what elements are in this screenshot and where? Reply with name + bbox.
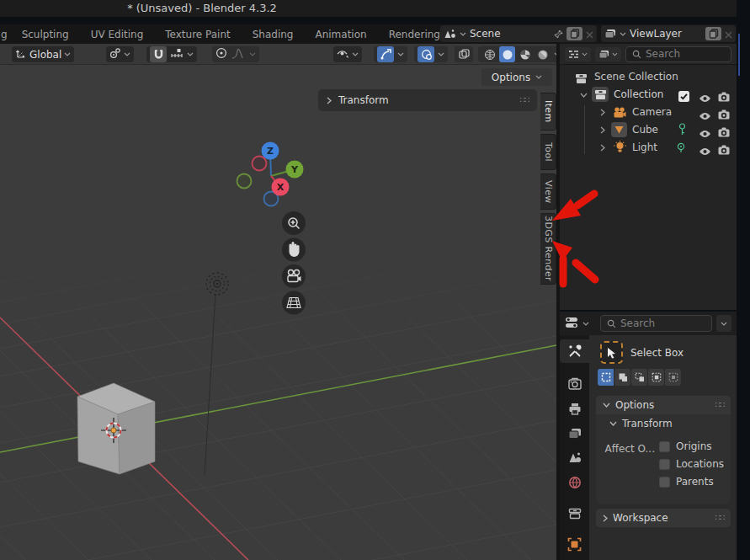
properties-options-dropdown[interactable]: [716, 315, 731, 332]
workspace-tab-partial[interactable]: g: [0, 24, 11, 44]
hide-eye-icon[interactable]: [699, 143, 711, 159]
gizmo-neg-y-ball[interactable]: [237, 174, 252, 189]
select-box-tool-icon[interactable]: [600, 341, 623, 364]
shading-wireframe-icon[interactable]: [481, 46, 497, 62]
cube-object[interactable]: [77, 383, 155, 474]
parents-checkbox[interactable]: [659, 477, 670, 488]
properties-tab-render[interactable]: [560, 371, 589, 395]
transform-orientation-dropdown[interactable]: Global: [12, 46, 74, 62]
camera-view-button[interactable]: [282, 264, 306, 288]
tree-row-light[interactable]: Light: [560, 139, 737, 157]
properties-search[interactable]: [600, 315, 712, 332]
tree-label[interactable]: Collection: [614, 88, 663, 100]
origins-checkbox[interactable]: [659, 441, 670, 452]
select-mode-extend-button[interactable]: [614, 369, 630, 386]
properties-tab-scene[interactable]: [560, 445, 589, 469]
tree-row-camera[interactable]: Camera: [560, 104, 737, 121]
show-gizmo-toggle[interactable]: [374, 46, 407, 62]
pivot-point-dropdown[interactable]: [106, 46, 134, 62]
snap-increment-icon[interactable]: [170, 46, 184, 62]
workspace-tab-texture-paint[interactable]: Texture Paint: [154, 24, 241, 44]
chevron-down-icon[interactable]: [187, 52, 194, 56]
workspace-tab-uv-editing[interactable]: UV Editing: [80, 24, 155, 44]
zoom-button[interactable]: [282, 211, 306, 235]
snap-magnet-toggle[interactable]: [150, 46, 167, 62]
editor-type-icon[interactable]: [565, 316, 578, 332]
gizmo-visibility-dropdown[interactable]: [333, 46, 362, 62]
disable-render-camera-icon[interactable]: [718, 142, 730, 158]
chevron-right-icon[interactable]: [600, 126, 605, 134]
tree-label[interactable]: Camera: [632, 106, 672, 118]
select-mode-subtract-button[interactable]: [631, 369, 647, 386]
chevron-right-icon[interactable]: [600, 109, 605, 116]
workspace-tab-sculpting[interactable]: Sculpting: [11, 24, 80, 44]
locations-checkbox[interactable]: [659, 459, 670, 470]
outliner-filter-dropdown[interactable]: [565, 47, 591, 61]
transform-subpanel-header[interactable]: Transform: [596, 414, 731, 433]
chevron-down-icon[interactable]: [582, 322, 589, 326]
locations-label[interactable]: Locations: [676, 458, 724, 470]
chevron-down-icon[interactable]: [460, 32, 466, 36]
workspace-tab-animation[interactable]: Animation: [304, 24, 377, 44]
gizmo-y-ball[interactable]: Y: [286, 161, 304, 179]
view-layer-name[interactable]: ViewLayer: [630, 28, 702, 40]
properties-tab-tool[interactable]: [560, 339, 589, 363]
falloff-curve-icon[interactable]: [231, 46, 245, 62]
outliner-search[interactable]: [625, 46, 731, 62]
outliner-display-mode-dropdown[interactable]: [595, 47, 621, 61]
properties-tab-collection[interactable]: [560, 502, 589, 525]
properties-search-input[interactable]: [620, 317, 705, 329]
origins-label[interactable]: Origins: [676, 440, 712, 452]
options-panel-header[interactable]: Options ∷∷: [596, 396, 731, 414]
gizmo-icon[interactable]: [377, 46, 394, 62]
panel-grip-handle[interactable]: ∷∷: [715, 401, 724, 409]
view-layer-selector[interactable]: ViewLayer: [601, 25, 736, 42]
pan-hand-button[interactable]: [282, 238, 306, 262]
tree-label[interactable]: Scene Collection: [594, 71, 678, 83]
overlays-icon[interactable]: [418, 46, 434, 62]
tree-row-collection[interactable]: Collection: [560, 86, 737, 104]
panel-grip-handle[interactable]: ∷∷: [715, 514, 724, 522]
orientation-label[interactable]: Global: [29, 49, 61, 61]
show-overlays-toggle[interactable]: [414, 46, 448, 62]
tree-label[interactable]: Cube: [632, 124, 658, 136]
gizmo-neg-x-ball[interactable]: [253, 157, 267, 171]
select-mode-invert-button[interactable]: [648, 369, 664, 386]
pin-icon[interactable]: [554, 26, 563, 42]
properties-tab-output[interactable]: [560, 397, 589, 420]
gizmo-x-ball[interactable]: X: [272, 179, 290, 196]
shading-material-icon[interactable]: [517, 46, 533, 62]
select-mode-set-button[interactable]: [598, 369, 614, 386]
proportional-edit-icon[interactable]: [215, 46, 227, 62]
xray-toggle[interactable]: [455, 46, 473, 62]
sidebar-tab-item[interactable]: Item: [540, 93, 556, 131]
viewport-options-button[interactable]: Options: [481, 68, 552, 86]
chevron-right-icon[interactable]: [600, 144, 605, 152]
new-view-layer-button[interactable]: [705, 27, 721, 40]
workspace-tab-shading[interactable]: Shading: [242, 24, 305, 44]
gizmo-z-ball[interactable]: Z: [262, 142, 279, 160]
workspace-panel-header[interactable]: Workspace ∷∷: [596, 509, 731, 527]
chevron-down-icon[interactable]: [580, 93, 588, 98]
scene-name[interactable]: Scene: [470, 28, 551, 40]
shading-solid-icon[interactable]: [499, 46, 515, 62]
properties-tab-object[interactable]: [560, 532, 589, 556]
tree-label[interactable]: Light: [632, 141, 657, 153]
tree-row-cube[interactable]: Cube: [560, 121, 737, 139]
properties-tab-view-layer[interactable]: [560, 422, 589, 445]
shading-rendered-icon[interactable]: [535, 46, 551, 62]
properties-tab-world[interactable]: [560, 471, 589, 494]
scene-selector[interactable]: Scene: [440, 25, 597, 42]
chevron-down-icon[interactable]: [397, 52, 404, 56]
outliner-search-input[interactable]: [646, 48, 725, 60]
parents-label[interactable]: Parents: [676, 476, 714, 488]
sidebar-tab-tool[interactable]: Tool: [540, 134, 556, 170]
new-scene-button[interactable]: [566, 27, 582, 40]
orthographic-grid-button[interactable]: [282, 291, 306, 315]
tree-row-scene-collection[interactable]: Scene Collection: [560, 68, 737, 86]
navigation-gizmo[interactable]: Z Y X: [236, 134, 307, 214]
panel-grip-handle[interactable]: ∷∷: [519, 96, 529, 104]
chevron-down-icon[interactable]: [620, 32, 626, 36]
viewport-3d[interactable]: Global: [0, 44, 556, 560]
select-mode-intersect-button[interactable]: [665, 369, 681, 386]
